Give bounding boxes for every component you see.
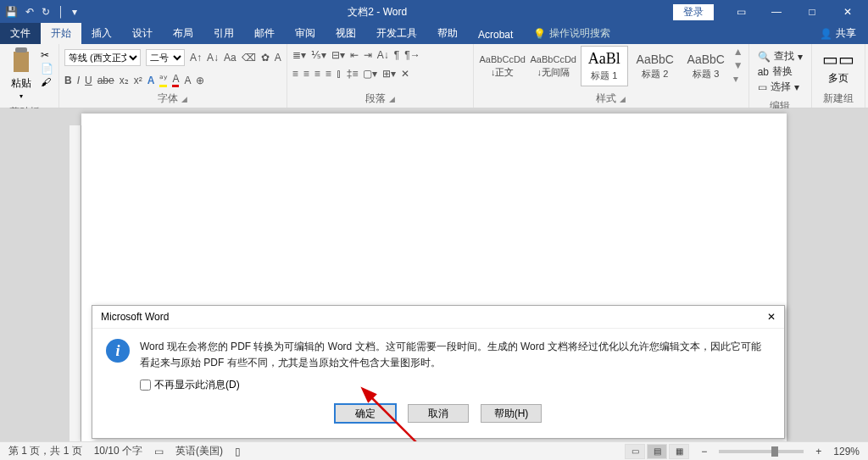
highlight-icon[interactable]: ᵃʸ [159, 73, 167, 87]
font-launcher[interactable]: ◢ [181, 95, 187, 103]
format-painter-icon[interactable]: 🖌 [41, 76, 53, 88]
tab-review[interactable]: 审阅 [285, 23, 326, 44]
sort-icon[interactable]: A↓ [377, 49, 389, 61]
font-name-select[interactable]: 等线 (西文正文) [64, 49, 141, 66]
close-icon[interactable]: ✕ [831, 0, 865, 24]
font-color-icon[interactable]: A [172, 73, 179, 87]
italic-button[interactable]: I [77, 75, 80, 86]
select-button[interactable]: ▭选择▾ [758, 80, 803, 94]
text-effects-icon[interactable]: A [147, 75, 155, 86]
char-border-icon[interactable]: A [275, 52, 281, 64]
maximize-icon[interactable]: □ [795, 0, 829, 24]
borders-icon[interactable]: ⊞▾ [382, 68, 396, 80]
copy-icon[interactable]: 📄 [41, 63, 53, 75]
share-button[interactable]: 👤共享 [808, 23, 868, 44]
bold-button[interactable]: B [64, 75, 72, 86]
multilevel-icon[interactable]: ⊟▾ [331, 49, 345, 61]
strike-button[interactable]: abe [97, 75, 114, 86]
style-heading2[interactable]: AaBbC标题 2 [632, 46, 679, 86]
web-layout-icon[interactable]: ▦ [669, 444, 689, 459]
tab-design[interactable]: 设计 [122, 23, 163, 44]
qat-custom-icon[interactable]: ▾ [72, 6, 77, 18]
tell-me[interactable]: 💡操作说明搜索 [523, 23, 620, 44]
underline-button[interactable]: U [85, 75, 92, 86]
subscript-button[interactable]: x₂ [120, 75, 129, 86]
zoom-out-icon[interactable]: − [701, 446, 707, 457]
align-right-icon[interactable]: ≡ [314, 68, 320, 80]
tab-home[interactable]: 开始 [41, 23, 81, 44]
change-case-icon[interactable]: Aa [224, 52, 236, 64]
grow-font-icon[interactable]: A↑ [190, 52, 202, 64]
undo-icon[interactable]: ↶ [25, 6, 34, 18]
style-heading3[interactable]: AaBbC标题 3 [682, 46, 730, 86]
distribute-icon[interactable]: ⫿ [337, 68, 342, 80]
shrink-font-icon[interactable]: A↓ [207, 52, 219, 64]
word-count[interactable]: 10/10 个字 [94, 444, 142, 458]
paragraph-launcher[interactable]: ◢ [389, 95, 395, 103]
styles-more-icon[interactable]: ▾ [733, 73, 743, 85]
ok-button[interactable]: 确定 [335, 404, 396, 423]
help-button[interactable]: 帮助(H) [481, 404, 542, 423]
style-nospacing[interactable]: AaBbCcDd↓无间隔 [530, 46, 577, 86]
dialog-title: Microsoft Word [101, 311, 169, 323]
tab-developer[interactable]: 开发工具 [366, 23, 427, 44]
ribbon-display-icon[interactable]: ▭ [724, 0, 758, 24]
paste-button[interactable]: 粘贴▾ [5, 46, 37, 103]
snap-icon[interactable]: ✕ [401, 68, 409, 80]
dialog-close-icon[interactable]: ✕ [767, 311, 776, 323]
read-mode-icon[interactable]: ▭ [625, 444, 645, 459]
ltr-icon[interactable]: ¶→ [404, 49, 420, 61]
cancel-button[interactable]: 取消 [408, 404, 469, 423]
zoom-slider[interactable] [719, 450, 804, 453]
enclose-char-icon[interactable]: ⊕ [196, 75, 204, 86]
tab-references[interactable]: 引用 [203, 23, 244, 44]
proofing-icon[interactable]: ▭ [154, 446, 164, 457]
clear-format-icon[interactable]: ⌫ [242, 52, 256, 64]
tab-help[interactable]: 帮助 [427, 23, 468, 44]
shading-icon[interactable]: ▢▾ [363, 68, 377, 80]
style-heading1[interactable]: AaBl标题 1 [581, 46, 628, 86]
ribbon: 粘贴▾ ✂ 📄 🖌 剪贴板◢ 等线 (西文正文) 二号 A↑ A↓ Aa ⌫ [0, 44, 868, 108]
line-spacing-icon[interactable]: ‡≡ [347, 68, 359, 80]
zoom-level[interactable]: 129% [833, 446, 860, 457]
tab-insert[interactable]: 插入 [81, 23, 122, 44]
justify-icon[interactable]: ≡ [326, 68, 331, 80]
styles-down-icon[interactable]: ▼ [733, 59, 743, 71]
macro-icon[interactable]: ▯ [235, 446, 241, 457]
superscript-button[interactable]: x² [134, 75, 142, 86]
replace-icon: ab [758, 66, 769, 78]
indent-inc-icon[interactable]: ⇥ [364, 49, 372, 61]
save-icon[interactable]: 💾 [5, 6, 18, 18]
tab-file[interactable]: 文件 [0, 23, 41, 44]
dont-show-checkbox[interactable] [140, 380, 151, 391]
styles-launcher[interactable]: ◢ [620, 95, 626, 103]
login-button[interactable]: 登录 [673, 4, 714, 20]
indent-dec-icon[interactable]: ⇤ [350, 49, 359, 61]
print-layout-icon[interactable]: ▤ [647, 444, 667, 459]
styles-up-icon[interactable]: ▲ [733, 46, 743, 58]
bullets-icon[interactable]: ≣▾ [292, 49, 306, 61]
replace-button[interactable]: ab替换 [758, 64, 803, 79]
char-shading-icon[interactable]: A [184, 75, 191, 86]
page-count[interactable]: 第 1 页，共 1 页 [8, 444, 82, 458]
zoom-in-icon[interactable]: + [815, 446, 821, 457]
multipage-button[interactable]: ▭▭ 多页 [817, 46, 860, 89]
numbering-icon[interactable]: ⅕▾ [311, 49, 326, 61]
redo-icon[interactable]: ↻ [42, 6, 50, 18]
cut-icon[interactable]: ✂ [41, 49, 53, 61]
font-size-select[interactable]: 二号 [146, 49, 185, 66]
tab-mailings[interactable]: 邮件 [244, 23, 285, 44]
paste-icon [10, 49, 32, 75]
tab-layout[interactable]: 布局 [163, 23, 203, 44]
phonetic-icon[interactable]: ✿ [261, 52, 270, 64]
align-left-icon[interactable]: ≡ [292, 68, 298, 80]
find-button[interactable]: 🔍查找▾ [758, 49, 803, 64]
style-normal[interactable]: AaBbCcDd↓正文 [479, 46, 526, 86]
vertical-ruler[interactable] [70, 125, 81, 441]
show-marks-icon[interactable]: ¶ [394, 49, 399, 61]
language[interactable]: 英语(美国) [175, 444, 223, 458]
minimize-icon[interactable]: ― [760, 0, 793, 24]
tab-view[interactable]: 视图 [326, 23, 366, 44]
tab-acrobat[interactable]: Acrobat [468, 25, 523, 44]
align-center-icon[interactable]: ≡ [303, 68, 309, 80]
